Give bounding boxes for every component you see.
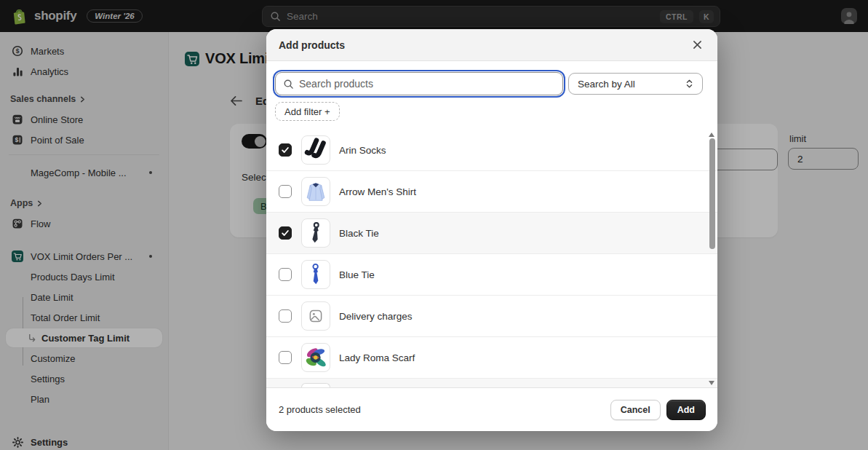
- product-thumb-blue-tie: [301, 260, 330, 289]
- close-icon: [693, 40, 702, 50]
- search-by-label: Search by All: [578, 79, 635, 90]
- product-list: Arin Socks Arrow Men's Shirt Black Tie: [266, 130, 717, 387]
- add-products-modal: Add products Search by All Add filter +: [266, 29, 717, 431]
- scrollbar-up-arrow[interactable]: [709, 133, 714, 137]
- product-thumb-arrow-shirt: [301, 177, 330, 206]
- product-thumb-arin-socks: [301, 135, 330, 165]
- modal-footer: 2 products selected Cancel Add: [266, 387, 717, 431]
- check-icon: [281, 146, 290, 154]
- product-row[interactable]: Delivery charges: [266, 296, 717, 337]
- product-checkbox[interactable]: [279, 309, 292, 323]
- product-checkbox[interactable]: [279, 226, 292, 240]
- close-button[interactable]: [687, 35, 707, 55]
- product-thumb-placeholder: [301, 301, 330, 331]
- product-checkbox[interactable]: [279, 143, 292, 157]
- cancel-button[interactable]: Cancel: [610, 400, 661, 420]
- selected-count-text: 2 products selected: [279, 404, 361, 415]
- product-row[interactable]: Blue Tie: [266, 254, 717, 296]
- product-checkbox[interactable]: [279, 351, 292, 364]
- product-row[interactable]: Arin Socks: [266, 130, 717, 171]
- product-search-field[interactable]: [275, 72, 563, 95]
- add-filter-label: Add filter +: [284, 106, 330, 117]
- product-checkbox[interactable]: [279, 185, 292, 198]
- product-row[interactable]: Arrow Men's Shirt: [266, 171, 717, 213]
- product-name: Arin Socks: [339, 145, 386, 156]
- product-thumb-scarf: [301, 343, 330, 372]
- product-name: Delivery charges: [339, 311, 413, 322]
- check-icon: [281, 229, 290, 237]
- add-filter-button[interactable]: Add filter +: [275, 102, 340, 121]
- product-row[interactable]: Black Tie: [266, 213, 717, 254]
- product-name: Black Tie: [339, 228, 379, 239]
- modal-title: Add products: [279, 39, 345, 51]
- product-row-partial[interactable]: [266, 379, 717, 387]
- scrollbar-down-arrow[interactable]: [709, 381, 714, 385]
- product-name: Blue Tie: [339, 269, 375, 280]
- product-thumb-black-tie: [301, 218, 330, 248]
- product-name: Arrow Men's Shirt: [339, 186, 416, 197]
- search-by-select[interactable]: Search by All: [568, 73, 703, 95]
- product-row[interactable]: Lady Roma Scarf: [266, 337, 717, 379]
- product-checkbox[interactable]: [279, 268, 292, 281]
- add-button[interactable]: Add: [666, 400, 706, 420]
- product-name: Lady Roma Scarf: [339, 352, 415, 363]
- select-caret-icon: [685, 79, 693, 89]
- search-icon: [283, 79, 294, 90]
- scrollbar-thumb[interactable]: [709, 138, 715, 249]
- app-root: shopify Winter '26 CTRL K $ Market: [0, 0, 868, 450]
- product-search-input[interactable]: [299, 78, 555, 90]
- modal-header: Add products: [266, 29, 717, 61]
